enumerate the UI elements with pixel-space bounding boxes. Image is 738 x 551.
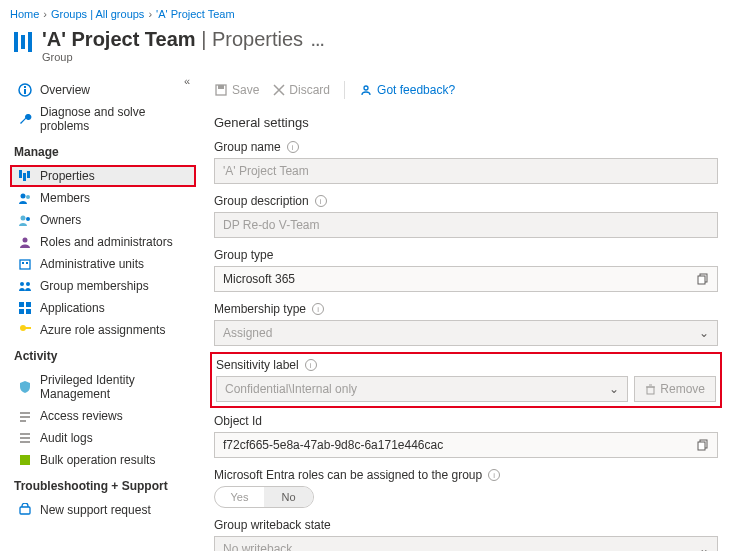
sidebar-item-diagnose[interactable]: Diagnose and solve problems: [10, 101, 196, 137]
svg-rect-3: [19, 170, 22, 178]
sidebar-item-azure-role[interactable]: Azure role assignments: [10, 319, 196, 341]
sidebar-item-applications[interactable]: Applications: [10, 297, 196, 319]
field-group-name: Group namei 'A' Project Team: [214, 140, 718, 184]
field-label: Sensitivity label: [216, 358, 299, 372]
sidebar-item-label: Members: [40, 191, 90, 205]
svg-point-14: [20, 282, 24, 286]
sidebar-item-access-reviews[interactable]: Access reviews: [10, 405, 196, 427]
bulk-icon: [18, 453, 32, 467]
info-icon[interactable]: i: [488, 469, 500, 481]
field-membership-type: Membership typei Assigned ⌄: [214, 302, 718, 346]
svg-rect-34: [698, 276, 705, 284]
svg-rect-4: [23, 173, 26, 181]
roles-icon: [18, 235, 32, 249]
toolbar: Save Discard Got feedback?: [214, 75, 718, 109]
sidebar-item-label: Audit logs: [40, 431, 93, 445]
info-icon[interactable]: i: [305, 359, 317, 371]
group-name-input[interactable]: 'A' Project Team: [214, 158, 718, 184]
sidebar-item-owners[interactable]: Owners: [10, 209, 196, 231]
field-label: Object Id: [214, 414, 262, 428]
writeback-dropdown[interactable]: No writeback ⌄: [214, 536, 718, 551]
field-label: Group description: [214, 194, 309, 208]
chevron-down-icon: ⌄: [699, 542, 709, 551]
pim-icon: [18, 380, 32, 394]
members-icon: [18, 191, 32, 205]
group-desc-input[interactable]: DP Re-do V-Team: [214, 212, 718, 238]
svg-rect-19: [26, 309, 31, 314]
field-writeback: Group writeback state No writeback ⌄: [214, 518, 718, 551]
svg-point-32: [364, 86, 368, 90]
sidebar-item-label: Applications: [40, 301, 105, 315]
svg-point-10: [23, 238, 28, 243]
key-icon: [18, 323, 32, 337]
sidebar-item-overview[interactable]: Overview: [10, 79, 196, 101]
sidebar-item-roles[interactable]: Roles and administrators: [10, 231, 196, 253]
save-icon: [214, 83, 228, 97]
copy-icon[interactable]: [697, 439, 709, 451]
sidebar-item-label: Owners: [40, 213, 81, 227]
field-object-id: Object Id f72cf665-5e8a-47ab-9d8c-6a171e…: [214, 414, 718, 458]
sidebar-item-label: Azure role assignments: [40, 323, 165, 337]
svg-point-8: [21, 216, 26, 221]
svg-point-15: [26, 282, 30, 286]
more-icon[interactable]: …: [311, 33, 326, 49]
svg-rect-13: [26, 262, 28, 264]
nav-section-manage: Manage: [10, 137, 196, 165]
info-icon: [18, 83, 32, 97]
admin-units-icon: [18, 257, 32, 271]
properties-icon: [18, 169, 32, 183]
chevron-down-icon: ⌄: [609, 382, 619, 396]
toggle-yes[interactable]: Yes: [215, 487, 264, 507]
chevron-down-icon: ⌄: [699, 326, 709, 340]
chevron-right-icon: ›: [148, 8, 152, 20]
sidebar-item-new-support[interactable]: New support request: [10, 499, 196, 521]
copy-icon[interactable]: [697, 273, 709, 285]
breadcrumb-home[interactable]: Home: [10, 8, 39, 20]
sidebar-item-label: Bulk operation results: [40, 453, 155, 467]
field-group-desc: Group descriptioni DP Re-do V-Team: [214, 194, 718, 238]
collapse-sidebar-icon[interactable]: «: [184, 75, 190, 87]
sidebar-item-members[interactable]: Members: [10, 187, 196, 209]
save-button[interactable]: Save: [214, 83, 259, 97]
sensitivity-dropdown[interactable]: Confidential\Internal only ⌄: [216, 376, 628, 402]
svg-rect-26: [20, 437, 30, 439]
audit-icon: [18, 431, 32, 445]
info-icon[interactable]: i: [312, 303, 324, 315]
field-label: Group name: [214, 140, 281, 154]
owners-icon: [18, 213, 32, 227]
membership-type-dropdown[interactable]: Assigned ⌄: [214, 320, 718, 346]
svg-rect-5: [27, 171, 30, 178]
remove-button[interactable]: Remove: [634, 376, 716, 402]
info-icon[interactable]: i: [287, 141, 299, 153]
feedback-icon: [359, 83, 373, 97]
sidebar-item-group-memberships[interactable]: Group memberships: [10, 275, 196, 297]
field-label: Microsoft Entra roles can be assigned to…: [214, 468, 482, 482]
entra-roles-toggle[interactable]: Yes No: [214, 486, 314, 508]
sidebar: « Overview Diagnose and solve problems M…: [0, 75, 196, 551]
content: Save Discard Got feedback? General setti…: [196, 75, 738, 551]
field-label: Membership type: [214, 302, 306, 316]
sidebar-item-pim[interactable]: Privileged Identity Management: [10, 369, 196, 405]
sidebar-item-admin-units[interactable]: Administrative units: [10, 253, 196, 275]
feedback-button[interactable]: Got feedback?: [359, 83, 455, 97]
svg-rect-2: [24, 86, 26, 88]
group-type-input: Microsoft 365: [214, 266, 718, 292]
discard-button[interactable]: Discard: [273, 83, 330, 97]
sidebar-item-properties[interactable]: Properties: [10, 165, 196, 187]
svg-rect-25: [20, 433, 30, 435]
svg-rect-37: [698, 442, 705, 450]
breadcrumb-current[interactable]: 'A' Project Team: [156, 8, 235, 20]
sidebar-item-audit-logs[interactable]: Audit logs: [10, 427, 196, 449]
sidebar-item-label: Overview: [40, 83, 90, 97]
sidebar-item-label: Access reviews: [40, 409, 123, 423]
toolbar-label: Discard: [289, 83, 330, 97]
wrench-icon: [18, 112, 32, 126]
sidebar-item-label: Diagnose and solve problems: [40, 105, 192, 133]
info-icon[interactable]: i: [315, 195, 327, 207]
sidebar-item-bulk-results[interactable]: Bulk operation results: [10, 449, 196, 471]
breadcrumb-groups[interactable]: Groups | All groups: [51, 8, 144, 20]
svg-point-6: [21, 194, 26, 199]
svg-point-7: [26, 195, 30, 199]
sidebar-item-label: Properties: [40, 169, 95, 183]
toggle-no[interactable]: No: [264, 487, 313, 507]
